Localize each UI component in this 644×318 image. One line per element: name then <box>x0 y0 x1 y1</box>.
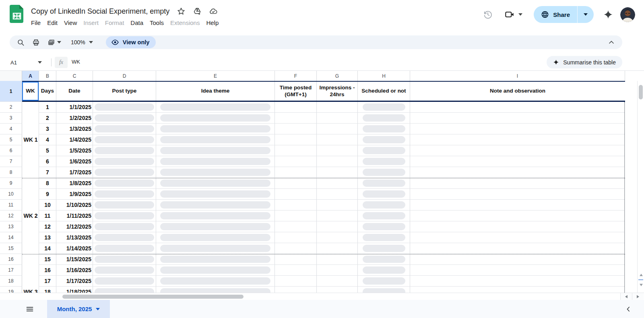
cell-E2[interactable] <box>156 102 275 113</box>
video-call-button[interactable] <box>501 7 526 22</box>
cell-I8[interactable] <box>410 167 625 178</box>
chip-placeholder-H19[interactable] <box>363 288 405 293</box>
cell-H19[interactable] <box>358 287 410 293</box>
cell-C7[interactable]: 1/6/2025 <box>56 156 93 167</box>
chip-placeholder-D3[interactable] <box>95 114 154 122</box>
cell-B11[interactable]: 10 <box>39 200 56 211</box>
cell-I1[interactable]: Note and observation <box>410 82 625 101</box>
row-header-2[interactable]: 2 <box>0 102 22 113</box>
column-header-I[interactable]: I <box>410 71 625 81</box>
cell-D15[interactable] <box>93 243 156 254</box>
formula-input[interactable]: WK <box>72 59 80 65</box>
account-avatar[interactable] <box>620 7 635 22</box>
chip-placeholder-E19[interactable] <box>160 288 270 293</box>
cell-G3[interactable] <box>317 113 358 124</box>
chip-placeholder-E12[interactable] <box>160 212 270 219</box>
row-header-1[interactable]: 1 <box>0 81 22 102</box>
cell-E12[interactable] <box>156 211 275 221</box>
document-title[interactable]: Copy of LinkedIn Social Experiment, empt… <box>31 7 169 16</box>
cell-H1[interactable]: Scheduled or not <box>358 82 410 101</box>
chip-placeholder-E7[interactable] <box>160 158 270 165</box>
cell-F10[interactable] <box>275 189 317 200</box>
cell-E1[interactable]: Idea theme <box>156 82 275 101</box>
cell-D6[interactable] <box>93 145 156 156</box>
cell-H13[interactable] <box>358 221 410 232</box>
chip-placeholder-E13[interactable] <box>160 223 270 230</box>
cell-D10[interactable] <box>93 189 156 200</box>
row-header-17[interactable]: 17 <box>0 265 22 276</box>
cell-B19[interactable]: 18 <box>39 287 56 293</box>
menu-data[interactable]: Data <box>127 18 147 27</box>
chip-placeholder-D12[interactable] <box>95 212 154 219</box>
cell-H9[interactable] <box>358 178 410 189</box>
chip-placeholder-E6[interactable] <box>160 147 270 154</box>
cell-G7[interactable] <box>317 156 358 167</box>
cell-H15[interactable] <box>358 243 410 254</box>
cell-H7[interactable] <box>358 156 410 167</box>
cell-D13[interactable] <box>93 221 156 232</box>
cell-F9[interactable] <box>275 178 317 189</box>
cell-D12[interactable] <box>93 211 156 221</box>
cell-I12[interactable] <box>410 211 625 221</box>
cell-I11[interactable] <box>410 200 625 211</box>
cell-D2[interactable] <box>93 102 156 113</box>
chip-placeholder-D8[interactable] <box>95 169 154 176</box>
row-header-11[interactable]: 11 <box>0 200 22 211</box>
menu-help[interactable]: Help <box>203 18 222 27</box>
row-header-13[interactable]: 13 <box>0 221 22 232</box>
chip-placeholder-H8[interactable] <box>363 169 405 176</box>
menu-file[interactable]: File <box>28 18 44 27</box>
row-header-9[interactable]: 9 <box>0 178 22 189</box>
cell-F15[interactable] <box>275 243 317 254</box>
cell-H12[interactable] <box>358 211 410 221</box>
chip-placeholder-D5[interactable] <box>95 136 154 143</box>
cell-B18[interactable]: 17 <box>39 276 56 287</box>
cell-H16[interactable] <box>358 254 410 265</box>
cell-E8[interactable] <box>156 167 275 178</box>
row-header-19[interactable]: 19 <box>0 287 22 293</box>
cell-C19[interactable]: 1/18/2025 <box>56 287 93 293</box>
column-header-C[interactable]: C <box>56 71 93 81</box>
add-to-drive-icon[interactable] <box>193 7 202 16</box>
chip-placeholder-D15[interactable] <box>95 245 154 252</box>
cell-I9[interactable] <box>410 178 625 189</box>
star-icon[interactable] <box>177 7 186 16</box>
chip-placeholder-E5[interactable] <box>160 136 270 143</box>
cell-C1[interactable]: Date <box>56 82 93 101</box>
cell-B15[interactable]: 14 <box>39 243 56 254</box>
horizontal-scrollbar[interactable] <box>0 293 644 300</box>
cell-C5[interactable]: 1/4/2025 <box>56 134 93 145</box>
cell-H8[interactable] <box>358 167 410 178</box>
cell-I6[interactable] <box>410 145 625 156</box>
cell-H17[interactable] <box>358 265 410 276</box>
merged-cell-week-3[interactable]: WK 3 <box>22 254 39 293</box>
cell-E11[interactable] <box>156 200 275 211</box>
cell-G9[interactable] <box>317 178 358 189</box>
cell-I3[interactable] <box>410 113 625 124</box>
chip-placeholder-D16[interactable] <box>95 256 154 263</box>
cell-G1[interactable]: Impressions - 24hrs <box>317 82 358 101</box>
cell-H2[interactable] <box>358 102 410 113</box>
horizontal-scrollbar-thumb[interactable] <box>62 295 244 299</box>
chip-placeholder-E18[interactable] <box>160 277 270 285</box>
cell-H10[interactable] <box>358 189 410 200</box>
row-header-12[interactable]: 12 <box>0 211 22 221</box>
cell-E16[interactable] <box>156 254 275 265</box>
cell-F5[interactable] <box>275 134 317 145</box>
cell-E3[interactable] <box>156 113 275 124</box>
cell-B6[interactable]: 5 <box>39 145 56 156</box>
chip-placeholder-H3[interactable] <box>363 114 405 122</box>
cell-D19[interactable] <box>93 287 156 293</box>
cell-H18[interactable] <box>358 276 410 287</box>
cell-B12[interactable]: 11 <box>39 211 56 221</box>
sheets-logo-icon[interactable] <box>10 4 24 23</box>
cell-C13[interactable]: 1/12/2025 <box>56 221 93 232</box>
cell-G16[interactable] <box>317 254 358 265</box>
chip-placeholder-H12[interactable] <box>363 212 405 219</box>
chip-placeholder-D9[interactable] <box>95 180 154 187</box>
chip-placeholder-H2[interactable] <box>363 103 405 111</box>
gemini-sparkle-icon[interactable] <box>603 10 613 19</box>
cell-G10[interactable] <box>317 189 358 200</box>
hide-toolbar-button[interactable] <box>605 36 617 48</box>
cell-D14[interactable] <box>93 232 156 243</box>
